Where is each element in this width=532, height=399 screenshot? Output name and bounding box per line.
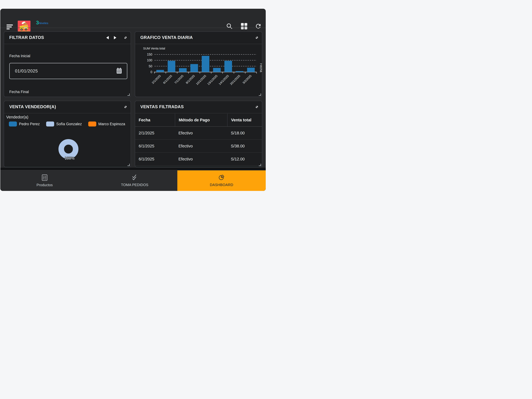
legend-label: Sofía Gonzalez (56, 122, 82, 126)
bottom-nav: Productos TOMA PEDIDOS D (0, 171, 266, 191)
fecha-final-label: Fecha Final (9, 90, 29, 94)
prev-arrow-icon[interactable] (105, 35, 110, 40)
svg-text:50: 50 (149, 64, 152, 68)
table-header-row: Fecha Método de Pago Venta total (135, 114, 262, 126)
table-row[interactable]: 2/1/2025EfectivoS/18.00 (135, 127, 262, 140)
nav-label: DASHBOARD (210, 183, 233, 187)
resize-handle[interactable] (259, 164, 261, 166)
svg-text:8/1/2025: 8/1/2025 (185, 74, 195, 84)
resize-handle[interactable] (127, 164, 130, 166)
daily-sales-bar-chart: 0501001502/1/20256/1/20257/1/20258/1/202… (135, 32, 262, 97)
refresh-icon[interactable] (255, 23, 262, 30)
search-icon[interactable] (226, 23, 233, 30)
nav-dashboard[interactable]: DASHBOARD (177, 171, 266, 191)
column-header-metodo[interactable]: Método de Pago (175, 114, 227, 126)
app-window: CHICKEN FOOD TRUCK 3Niveles (0, 9, 266, 191)
panel-title: VENTAS FILTRADAS (140, 104, 184, 109)
table-cell: S/12.00 (227, 153, 262, 165)
table-cell: 6/1/2025 (135, 153, 175, 165)
column-header-venta-total[interactable]: Venta total (227, 114, 262, 126)
topbar-divider (0, 28, 266, 28)
legend-item[interactable]: Pedro Perez (9, 121, 40, 127)
grid-icon[interactable] (241, 23, 248, 30)
double-check-icon (131, 174, 138, 181)
panel-header: FILTRAR DATOS (4, 32, 131, 44)
svg-text:150: 150 (147, 53, 152, 56)
expand-icon[interactable] (123, 105, 128, 109)
resize-handle[interactable] (127, 94, 130, 96)
nav-label: Productos (36, 183, 53, 187)
panel-title: VENTA VENDEDOR(A) (9, 104, 56, 109)
resize-handle[interactable] (259, 94, 261, 96)
svg-text:SUM Venta total: SUM Venta total (143, 47, 165, 50)
content-nav-divider (0, 167, 266, 171)
nav-productos[interactable]: Productos (27, 171, 63, 191)
expand-icon[interactable] (254, 105, 259, 109)
calendar-icon[interactable] (116, 68, 122, 75)
svg-text:Fecha: Fecha (259, 63, 262, 72)
column-header-fecha[interactable]: Fecha (135, 114, 175, 126)
table-cell: S/38.00 (227, 140, 262, 152)
svg-text:0: 0 (151, 70, 152, 74)
pie-chart-icon (218, 174, 225, 181)
donut-percentage-label: 100% (59, 156, 80, 161)
next-arrow-icon[interactable] (113, 35, 117, 40)
table-row[interactable]: 6/1/2025EfectivoS/12.00 (135, 153, 262, 166)
vendedor-field-label: Vendedor(a) (6, 115, 28, 120)
panel-header: VENTA VENDEDOR(A) (4, 101, 131, 113)
panel-filtrar-datos: FILTRAR DATOS Fecha Inicial 01/01/2025 (4, 32, 131, 97)
table-row[interactable]: 6/1/2025EfectivoS/38.00 (135, 140, 262, 153)
brand-name: 3Niveles (36, 20, 48, 25)
table-cell: 6/1/2025 (135, 140, 175, 152)
table-cell: Efectivo (175, 140, 227, 152)
table-cell: 2/1/2025 (135, 127, 175, 139)
donut-ring (61, 142, 76, 156)
chicken-food-truck-logo: CHICKEN FOOD TRUCK (18, 21, 31, 33)
nav-toma-pedidos[interactable]: TOMA PEDIDOS (115, 171, 154, 191)
brand-niveles: Niveles (39, 22, 48, 25)
legend-swatch (46, 121, 54, 127)
table-cell: S/18.00 (227, 127, 262, 139)
panel-title: FILTRAR DATOS (9, 35, 44, 40)
expand-icon[interactable] (123, 35, 128, 40)
svg-text:13/1/2025: 13/1/2025 (207, 74, 218, 86)
fecha-inicial-input[interactable]: 01/01/2025 (9, 63, 127, 79)
svg-text:14/1/2025: 14/1/2025 (218, 74, 229, 86)
legend-item[interactable]: Sofía Gonzalez (46, 121, 82, 127)
products-list-icon (42, 174, 48, 182)
fecha-inicial-label: Fecha Inicial (9, 54, 30, 58)
page: CHICKEN FOOD TRUCK 3Niveles (0, 0, 266, 200)
table-cell: Efectivo (175, 153, 227, 165)
vendor-legend: Pedro PerezSofía GonzalezMarco Espinoza (9, 121, 125, 127)
menu-icon[interactable] (6, 25, 13, 30)
legend-label: Pedro Perez (19, 122, 40, 126)
svg-text:100: 100 (147, 58, 152, 62)
nav-label: TOMA PEDIDOS (121, 183, 148, 187)
svg-text:7/1/2025: 7/1/2025 (174, 74, 184, 84)
panel-grafico-venta-diaria: GRAFICO VENTA DIARIA 0501001502/1/20256/… (135, 32, 262, 97)
legend-item[interactable]: Marco Espinoza (88, 121, 125, 127)
fecha-inicial-value: 01/01/2025 (15, 69, 38, 74)
panel-ventas-filtradas: VENTAS FILTRADAS Fecha Método de Pago Ve… (135, 101, 262, 167)
svg-text:20/1/2025: 20/1/2025 (229, 74, 241, 86)
svg-text:10/1/2025: 10/1/2025 (195, 74, 207, 86)
legend-swatch (9, 121, 17, 127)
table-cell: Efectivo (175, 127, 227, 139)
legend-swatch (88, 121, 96, 127)
svg-text:3/2/2025: 3/2/2025 (242, 74, 252, 84)
panel-venta-vendedor: VENTA VENDEDOR(A) Vendedor(a) Pedro Pere… (4, 101, 131, 167)
brand-3: 3 (36, 21, 39, 25)
svg-text:6/1/2025: 6/1/2025 (163, 74, 173, 84)
sales-table-body: 2/1/2025EfectivoS/18.006/1/2025EfectivoS… (135, 126, 262, 166)
panel-header: VENTAS FILTRADAS (135, 101, 262, 113)
top-bar: CHICKEN FOOD TRUCK 3Niveles (0, 9, 266, 28)
legend-label: Marco Espinoza (98, 122, 125, 126)
svg-text:2/1/2025: 2/1/2025 (151, 74, 161, 84)
